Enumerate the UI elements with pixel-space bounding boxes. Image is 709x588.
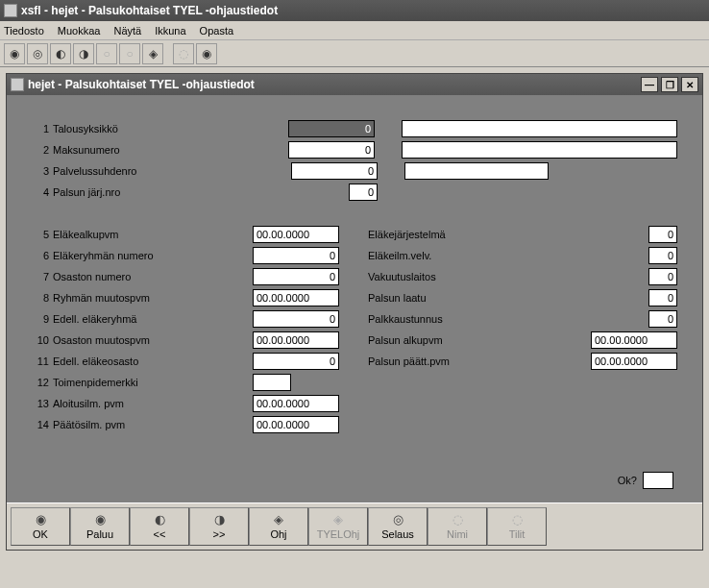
paluu-button[interactable]: ◉Paluu [70, 507, 130, 546]
tilit-icon: ◌ [512, 513, 523, 527]
label-9: 9Edell. eläkeryhmä [32, 313, 253, 325]
nimi-icon: ◌ [452, 513, 463, 527]
minimize-button[interactable]: — [641, 77, 658, 92]
field-palsun-laatu[interactable] [648, 289, 677, 306]
prev-button[interactable]: ◐<< [130, 507, 189, 546]
label-2: 2Maksunumero [32, 144, 251, 156]
field-elakejarjestelma[interactable] [648, 226, 677, 243]
inner-window: hejet - Palsukohtaiset TYEL -ohjaustiedo… [6, 73, 703, 551]
selaus-icon: ◎ [393, 513, 403, 527]
field-palsun-jarjnro[interactable] [349, 184, 378, 201]
field-palsun-alkupvm[interactable] [591, 331, 677, 349]
field-osaston-numero[interactable] [253, 268, 339, 285]
label-r10: Palsun alkupvm [368, 334, 541, 346]
menu-muokkaa[interactable]: Muokkaa [58, 25, 101, 37]
tool-misc-2-icon[interactable]: ◉ [196, 43, 217, 64]
field-palsun-paattpvm[interactable] [591, 353, 677, 370]
menu-opasta[interactable]: Opasta [200, 25, 233, 37]
label-r9: Palkkaustunnus [368, 313, 541, 325]
ohj-icon: ◈ [274, 513, 283, 527]
label-r8: Palsun laatu [368, 292, 541, 304]
label-r5: Eläkejärjestelmä [368, 229, 541, 240]
label-1: 1Talousyksikkö [32, 123, 251, 135]
field-aloitusilm-pvm[interactable] [253, 395, 339, 412]
prev-icon: ◐ [155, 513, 165, 527]
label-5: 5Eläkealkupvm [32, 229, 253, 240]
field-paatosilm-pvm[interactable] [253, 416, 339, 433]
tilit-button: ◌Tilit [487, 507, 547, 546]
label-7: 7Osaston numero [32, 271, 253, 282]
ok-label: Ok? [618, 475, 637, 486]
tyelohj-button: ◈TYELOhj [308, 507, 368, 546]
tool-misc-1-icon: ◌ [173, 43, 194, 64]
ok-button[interactable]: ◉OK [11, 507, 70, 546]
menubar: Tiedosto Muokkaa Näytä Ikkuna Opasta [0, 21, 709, 40]
next-icon: ◑ [214, 513, 225, 527]
toolbar: ◉ ◎ ◐ ◑ ○ ○ ◈ ◌ ◉ [0, 40, 709, 67]
menu-tiedosto[interactable]: Tiedosto [4, 25, 44, 37]
field-maksunumero[interactable] [288, 141, 375, 159]
tool-empty-1-icon: ○ [96, 43, 117, 64]
tool-circle-1-icon[interactable]: ◉ [4, 43, 25, 64]
tool-half-1-icon[interactable]: ◐ [50, 43, 71, 64]
menu-nayta[interactable]: Näytä [113, 25, 141, 37]
window-titlebar: hejet - Palsukohtaiset TYEL -ohjaustiedo… [7, 74, 702, 95]
field-elakeryhman-numero[interactable] [253, 247, 339, 264]
label-r11: Palsun päätt.pvm [368, 355, 541, 367]
label-10: 10Osaston muutospvm [32, 334, 253, 346]
tool-diamond-icon[interactable]: ◈ [142, 43, 163, 64]
selaus-button[interactable]: ◎Selaus [368, 507, 428, 546]
close-button[interactable]: ✕ [681, 77, 698, 92]
tool-half-2-icon[interactable]: ◑ [73, 43, 94, 64]
label-14: 14Päätösilm. pvm [32, 419, 253, 430]
next-button[interactable]: ◑>> [189, 507, 249, 546]
maximize-button[interactable]: ❐ [661, 77, 678, 92]
app-icon [4, 4, 17, 17]
field-elakeilm-velv[interactable] [648, 247, 677, 264]
field-elakealkupvm[interactable] [253, 226, 339, 243]
field-palvelussuhdenro-desc[interactable] [404, 162, 549, 180]
tool-circle-2-icon[interactable]: ◎ [27, 43, 48, 64]
field-vakuutuslaitos[interactable] [648, 268, 677, 285]
field-talousyksikko[interactable] [288, 120, 375, 137]
app-title: xsfl - hejet - Palsukohtaiset TYEL -ohja… [21, 4, 278, 17]
label-11: 11Edell. eläkeosasto [32, 355, 253, 367]
label-r6: Eläkeilm.velv. [368, 250, 541, 261]
ok-field[interactable] [643, 472, 673, 489]
field-palkkaustunnus[interactable] [648, 310, 677, 328]
label-6: 6Eläkeryhmän numero [32, 250, 253, 261]
field-toimenpidemerkki[interactable] [253, 374, 291, 391]
label-4: 4Palsun järj.nro [32, 186, 253, 198]
label-3: 3Palvelussuhdenro [32, 165, 253, 177]
field-ryhman-muutospvm[interactable] [253, 289, 339, 306]
field-edell-elakeosasto[interactable] [253, 353, 339, 370]
label-8: 8Ryhmän muutospvm [32, 292, 253, 304]
field-maksunumero-desc[interactable] [402, 141, 677, 159]
window-icon [11, 78, 24, 91]
label-r7: Vakuutuslaitos [368, 271, 541, 282]
menu-ikkuna[interactable]: Ikkuna [155, 25, 185, 37]
tool-empty-2-icon: ○ [119, 43, 140, 64]
field-osaston-muutospvm[interactable] [253, 331, 339, 349]
back-icon: ◉ [95, 513, 106, 527]
label-13: 13Aloitusilm. pvm [32, 398, 253, 409]
ok-icon: ◉ [36, 513, 46, 527]
form-area: 1Talousyksikkö 2Maksunumero 3Palvelussuh… [7, 95, 702, 502]
app-titlebar: xsfl - hejet - Palsukohtaiset TYEL -ohja… [0, 0, 709, 21]
window-title: hejet - Palsukohtaiset TYEL -ohjaustiedo… [28, 78, 255, 91]
ohj-button[interactable]: ◈Ohj [249, 507, 308, 546]
field-edell-elakeryhma[interactable] [253, 310, 339, 328]
field-talousyksikko-desc[interactable] [402, 120, 677, 137]
field-palvelussuhdenro[interactable] [291, 162, 378, 180]
nimi-button: ◌Nimi [428, 507, 487, 546]
label-12: 12Toimenpidemerkki [32, 377, 253, 388]
button-bar: ◉OK ◉Paluu ◐<< ◑>> ◈Ohj ◈TYELOhj ◎Selaus… [7, 502, 702, 550]
tyelohj-icon: ◈ [333, 513, 343, 527]
